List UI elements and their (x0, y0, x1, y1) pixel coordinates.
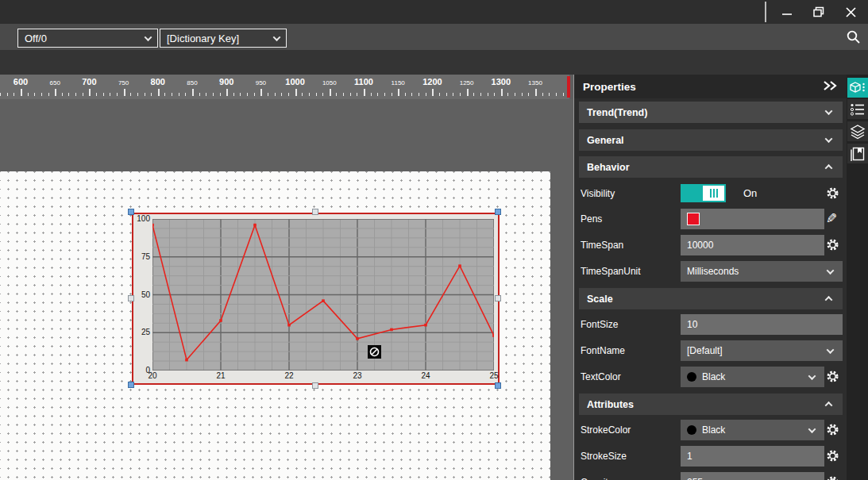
object-selector-dropdown[interactable]: Trend(Trend) (579, 102, 843, 123)
properties-panel-header: Properties (574, 75, 847, 98)
gear-icon[interactable] (826, 475, 839, 480)
trend-plot-area (152, 219, 494, 371)
ruler-tick (34, 93, 35, 96)
selection-handle-middle-left[interactable] (128, 295, 134, 301)
fontname-value: [Default] (687, 345, 723, 356)
selection-handle-bottom-left[interactable] (128, 382, 134, 388)
ruler-tick (316, 93, 317, 96)
state-dropdown[interactable]: Off/0 (17, 29, 158, 48)
ruler-tick (322, 93, 323, 96)
section-behavior-title: Behavior (587, 162, 826, 173)
pencil-edit-icon[interactable]: ✎ (826, 210, 837, 227)
ruler-tick (185, 93, 186, 96)
restore-button[interactable] (804, 0, 834, 24)
timespanunit-value: Milliseconds (687, 266, 739, 277)
timespanunit-label: TimeSpanUnit (581, 266, 641, 277)
property-row-opacity: Opacity 255 (574, 472, 847, 480)
selection-handle-top-center[interactable] (312, 209, 318, 215)
pens-field[interactable] (681, 209, 824, 229)
ruler-tick (137, 93, 138, 96)
gear-icon[interactable] (826, 423, 839, 436)
ruler-label: 600 (14, 77, 28, 86)
ruler-tick (151, 93, 152, 96)
ruler-tick (426, 93, 426, 96)
textcolor-dropdown[interactable]: Black (681, 367, 824, 387)
selection-handle-bottom-right[interactable] (495, 382, 501, 389)
ruler-label: 750 (118, 79, 129, 86)
y-axis-tick-label: 25 (133, 328, 150, 336)
fontsize-input[interactable]: 10 (681, 314, 843, 335)
property-row-timespanunit: TimeSpanUnit Milliseconds (574, 261, 847, 282)
chevron-down-icon (825, 135, 833, 143)
selection-handle-top-left[interactable] (128, 209, 134, 215)
trend-widget[interactable]: 0255075100 202122232425 (132, 213, 500, 385)
ruler-tick (330, 89, 331, 96)
properties-tab[interactable] (847, 78, 868, 98)
property-list-tab[interactable] (847, 99, 868, 119)
right-icon-rail (847, 75, 868, 480)
chevron-down-icon (827, 267, 835, 275)
fontsize-value: 10 (687, 319, 697, 330)
section-scale[interactable]: Scale (579, 288, 843, 309)
opacity-input[interactable]: 255 (681, 472, 824, 480)
section-general-title: General (587, 135, 826, 146)
ruler-tick (199, 93, 200, 96)
design-canvas[interactable]: 0255075100 202122232425 (0, 171, 550, 480)
ruler-tick (522, 93, 523, 96)
selection-handle-bottom-center[interactable] (312, 382, 318, 389)
ruler-tick (439, 93, 440, 96)
selection-handle-middle-right[interactable] (495, 295, 501, 301)
title-bar (0, 0, 868, 24)
selection-handle-top-right[interactable] (495, 209, 501, 215)
visibility-state: On (743, 187, 757, 199)
fontname-dropdown[interactable]: [Default] (681, 340, 843, 361)
section-behavior[interactable]: Behavior (579, 156, 843, 178)
strokecolor-dropdown[interactable]: Black (681, 420, 824, 440)
pen-color-swatch[interactable] (687, 213, 700, 225)
gear-icon[interactable] (826, 238, 839, 252)
chevron-down-icon (808, 372, 816, 380)
ruler-tick (288, 93, 289, 96)
ruler-tick (220, 93, 221, 96)
ruler-tick (164, 93, 165, 96)
timespan-input[interactable]: 10000 (681, 235, 824, 255)
bookmarks-tab[interactable] (847, 144, 868, 163)
visibility-toggle[interactable] (681, 184, 726, 202)
ruler-selection-marker (567, 76, 570, 98)
ruler-label: 1350 (528, 79, 542, 86)
x-axis-tick-label: 23 (348, 371, 367, 380)
list-icon (850, 102, 866, 117)
ruler-tick (275, 93, 276, 96)
dictionary-key-dropdown[interactable]: [Dictionary Key] (160, 29, 287, 48)
section-general[interactable]: General (579, 129, 843, 151)
timespan-label: TimeSpan (581, 240, 623, 251)
ruler-tick (371, 93, 372, 96)
timespanunit-dropdown[interactable]: Milliseconds (681, 261, 843, 282)
chevron-down-icon (145, 33, 152, 41)
ruler-tick (377, 93, 378, 96)
close-button[interactable] (835, 0, 866, 24)
panel-collapse-icon[interactable] (822, 79, 839, 92)
strokesize-input[interactable]: 1 (681, 446, 824, 467)
ruler-tick (515, 93, 515, 96)
gear-icon[interactable] (826, 449, 839, 463)
ruler-tick (309, 93, 310, 96)
ruler-tick (75, 93, 76, 96)
section-attributes[interactable]: Attributes (579, 394, 843, 415)
design-workspace[interactable]: 0255075100 202122232425 (0, 99, 573, 480)
ruler-tick (89, 89, 91, 96)
gear-icon[interactable] (826, 370, 839, 383)
section-attributes-title: Attributes (587, 399, 826, 410)
ruler-tick (14, 93, 14, 96)
ruler-tick (48, 93, 49, 96)
ruler-tick (542, 93, 543, 96)
ruler-tick (68, 93, 69, 96)
search-icon[interactable] (846, 29, 862, 45)
gear-icon[interactable] (826, 186, 839, 200)
minimize-button[interactable] (772, 0, 802, 24)
ruler-tick (158, 89, 160, 96)
layers-tab[interactable] (847, 121, 868, 141)
trend-chart (152, 219, 494, 371)
ruler-tick (172, 93, 172, 96)
ruler-tick (549, 93, 550, 96)
